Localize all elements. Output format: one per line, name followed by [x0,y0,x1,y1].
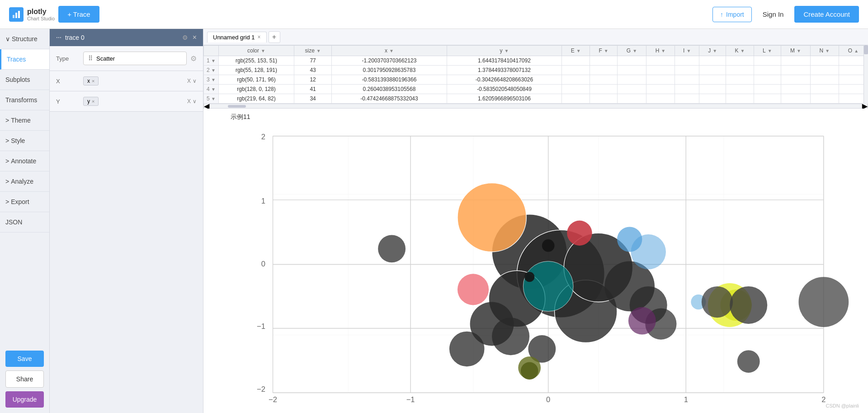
color-filter-icon[interactable]: ▼ [261,48,265,53]
cell-K[interactable] [726,56,754,66]
cell-H[interactable] [646,94,675,104]
sidebar-item-subplots[interactable]: Subplots [0,70,49,90]
cell-K[interactable] [726,75,754,85]
h-scroll-thumb[interactable] [228,105,246,108]
cell-size[interactable]: 12 [294,75,332,85]
cell-J[interactable] [699,75,726,85]
cell-F[interactable] [590,94,618,104]
F-filter-icon[interactable]: ▼ [604,48,609,53]
cell-K[interactable] [726,66,754,75]
cell-y[interactable]: 1.6443178410417092 [447,56,562,66]
cell-L[interactable] [754,75,781,85]
sidebar-item-annotate[interactable]: > Annotate [0,151,49,171]
cell-x[interactable]: -0.47424668875332043 [332,94,447,104]
cell-I[interactable] [675,75,699,85]
save-button[interactable]: Save [5,351,44,367]
sidebar-item-style[interactable]: > Style [0,131,49,151]
table-row[interactable]: 4 ▼ rgb(128, 0, 128) 41 0.26040389531055… [204,85,868,94]
col-header-color[interactable]: color ▼ [218,46,294,56]
table-row[interactable]: 1 ▼ rgb(255, 153, 51) 77 -1.200370370366… [204,56,868,66]
col-header-H[interactable]: H▼ [646,46,675,56]
sidebar-item-json[interactable]: JSON [0,212,49,233]
col-header-N[interactable]: N▼ [810,46,839,56]
row-dropdown-icon[interactable]: ▼ [211,96,216,101]
col-header-G[interactable]: G▼ [617,46,646,56]
settings-icon[interactable]: ⚙ [182,34,188,41]
row-dropdown-icon[interactable]: ▼ [211,68,216,73]
cell-L[interactable] [754,85,781,94]
cell-F[interactable] [590,75,618,85]
size-filter-icon[interactable]: ▼ [316,48,321,53]
O-filter-icon[interactable]: ▲ [854,48,859,53]
cell-E[interactable] [562,66,590,75]
cell-E[interactable] [562,94,590,104]
cell-I[interactable] [675,66,699,75]
x-filter-icon[interactable]: ▼ [389,48,394,53]
cell-M[interactable] [781,66,810,75]
sidebar-item-traces[interactable]: Traces [0,49,49,70]
col-header-F[interactable]: F▼ [590,46,618,56]
cell-L[interactable] [754,56,781,66]
cell-J[interactable] [699,85,726,94]
cell-L[interactable] [754,66,781,75]
x-chevron-icon[interactable]: ∨ [193,78,197,84]
sidebar-item-export[interactable]: > Export [0,192,49,212]
upgrade-button[interactable]: Upgrade [5,391,44,408]
cell-G[interactable] [617,75,646,85]
cell-size[interactable]: 34 [294,94,332,104]
cell-M[interactable] [781,94,810,104]
sidebar-item-transforms[interactable]: Transforms [0,90,49,110]
col-header-J[interactable]: J▼ [699,46,726,56]
cell-size[interactable]: 77 [294,56,332,66]
horizontal-scrollbar[interactable]: ◀ ▶ [203,104,868,108]
cell-M[interactable] [781,75,810,85]
I-filter-icon[interactable]: ▼ [686,48,691,53]
E-filter-icon[interactable]: ▼ [576,48,581,53]
sidebar-item-analyze[interactable]: > Analyze [0,171,49,192]
table-scroll[interactable]: color ▼ size ▼ [203,45,868,104]
x-tag-remove[interactable]: × [92,78,94,84]
cell-y[interactable]: 1.3784493378007132 [447,66,562,75]
col-header-size[interactable]: size ▼ [294,46,332,56]
cell-color[interactable]: rgb(50, 171, 96) [218,75,294,85]
row-dropdown-icon[interactable]: ▼ [211,77,216,82]
cell-F[interactable] [590,56,618,66]
cell-G[interactable] [617,85,646,94]
N-filter-icon[interactable]: ▼ [825,48,830,53]
cell-N[interactable] [810,94,839,104]
cell-E[interactable] [562,85,590,94]
cell-F[interactable] [590,66,618,75]
cell-N[interactable] [810,75,839,85]
row-dropdown-icon[interactable]: ▼ [211,87,216,92]
col-header-x[interactable]: x ▼ [332,46,447,56]
col-header-y[interactable]: y ▼ [447,46,562,56]
y-chevron-icon[interactable]: ∨ [193,98,197,104]
cell-J[interactable] [699,94,726,104]
cell-N[interactable] [810,66,839,75]
signin-button[interactable]: Sign In [757,7,789,22]
table-row[interactable]: 3 ▼ rgb(50, 171, 96) 12 -0.5831393880196… [204,75,868,85]
cell-N[interactable] [810,56,839,66]
cell-color[interactable]: rgb(55, 128, 191) [218,66,294,75]
cell-H[interactable] [646,75,675,85]
cell-G[interactable] [617,56,646,66]
add-trace-button[interactable]: + Trace [58,6,99,23]
K-filter-icon[interactable]: ▼ [741,48,745,53]
gear-icon[interactable]: ⚙ [190,55,197,62]
cell-M[interactable] [781,85,810,94]
col-header-L[interactable]: L▼ [754,46,781,56]
J-filter-icon[interactable]: ▼ [712,48,717,53]
row-dropdown-icon[interactable]: ▼ [211,58,216,63]
table-row[interactable]: 5 ▼ rgb(219, 64, 82) 34 -0.4742466887533… [204,94,868,104]
create-account-button[interactable]: Create Account [794,6,859,23]
grid-tab[interactable]: Unnamed grid 1 × [207,32,267,43]
sidebar-item-theme[interactable]: > Theme [0,110,49,131]
cell-x[interactable]: 0.2604038953105568 [332,85,447,94]
share-button[interactable]: Share [5,370,44,388]
cell-J[interactable] [699,56,726,66]
G-filter-icon[interactable]: ▼ [632,48,637,53]
y-tag-remove[interactable]: × [92,99,94,104]
cell-N[interactable] [810,85,839,94]
y-filter-icon[interactable]: ▼ [504,48,509,53]
cell-y[interactable]: -0.30426648208663026 [447,75,562,85]
